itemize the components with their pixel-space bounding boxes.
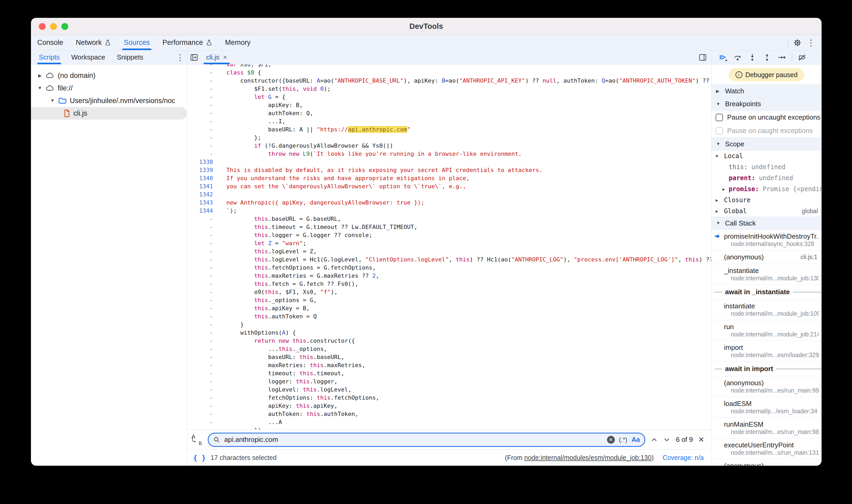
line-number[interactable]: - bbox=[187, 125, 215, 133]
line-number[interactable]: - bbox=[187, 377, 215, 385]
tab-snippets[interactable]: Snippets bbox=[111, 50, 149, 64]
line-number[interactable]: - bbox=[187, 150, 215, 158]
call-stack-frame[interactable]: runMainESMnode:internal/m...es/run_main:… bbox=[711, 418, 821, 438]
tab-console[interactable]: Console bbox=[31, 35, 70, 50]
section-breakpoints[interactable]: ▼ Breakpoints bbox=[711, 97, 821, 111]
line-number[interactable]: - bbox=[187, 69, 215, 76]
line-number[interactable]: - bbox=[187, 255, 215, 264]
line-number[interactable]: - bbox=[187, 109, 215, 117]
scope-global[interactable]: ▶ Global global bbox=[711, 205, 821, 217]
tree-item-folder[interactable]: ▼ Users/jinhuilee/.nvm/versions/node/v2.… bbox=[31, 94, 187, 107]
line-number[interactable]: - bbox=[187, 345, 215, 353]
tab-sources[interactable]: Sources bbox=[118, 35, 156, 50]
section-scope[interactable]: ▼ Scope bbox=[711, 138, 821, 150]
line-number[interactable]: 1340 bbox=[187, 174, 215, 182]
previous-match-button[interactable] bbox=[651, 436, 658, 444]
coverage-link[interactable]: Coverage: n/a bbox=[662, 454, 704, 462]
line-number[interactable]: - bbox=[187, 296, 215, 304]
tab-memory[interactable]: Memory bbox=[219, 35, 257, 50]
scope-local[interactable]: ▼ Local bbox=[711, 150, 821, 162]
call-stack-frame[interactable]: importnode:internal/m...esm/loader:329 bbox=[711, 341, 821, 362]
line-number[interactable]: - bbox=[187, 337, 215, 345]
line-number[interactable]: - bbox=[187, 361, 215, 369]
line-number[interactable]: 1344 bbox=[187, 206, 215, 215]
line-number[interactable]: - bbox=[187, 280, 215, 288]
scope-promise[interactable]: ▶ promise: Promise {<pending>} bbox=[711, 183, 821, 195]
find-input[interactable] bbox=[224, 435, 603, 444]
next-match-button[interactable] bbox=[663, 436, 671, 444]
line-number[interactable]: - bbox=[187, 142, 215, 150]
line-number[interactable]: - bbox=[187, 215, 215, 223]
line-number[interactable]: - bbox=[187, 223, 215, 231]
line-number[interactable]: - bbox=[187, 76, 215, 85]
line-number[interactable]: - bbox=[187, 239, 215, 247]
call-stack-frame[interactable]: (anonymous)node:internal/m...es/run_main… bbox=[711, 376, 821, 397]
more-options-button[interactable]: ⋮ bbox=[804, 37, 818, 49]
line-number[interactable]: - bbox=[187, 117, 215, 125]
line-number[interactable]: 1338 bbox=[187, 158, 215, 166]
line-number[interactable]: 1342 bbox=[187, 191, 215, 198]
tree-item-no-domain[interactable]: ▶ (no domain) bbox=[31, 69, 187, 82]
checkbox-unchecked[interactable] bbox=[715, 114, 723, 121]
step-out-button[interactable] bbox=[760, 51, 774, 64]
line-number[interactable]: - bbox=[187, 93, 215, 101]
resume-button[interactable] bbox=[715, 51, 730, 64]
pretty-print-icon[interactable]: { } bbox=[193, 454, 206, 462]
line-number[interactable]: - bbox=[187, 304, 215, 312]
step-button[interactable] bbox=[774, 51, 789, 64]
call-stack-frame[interactable]: runnode:internal/m...module_job:214 bbox=[711, 320, 821, 341]
replace-toggle-icon[interactable]: A B bbox=[191, 433, 202, 446]
tree-item-cli-js[interactable]: cli.js bbox=[31, 107, 187, 120]
line-number[interactable]: 1341 bbox=[187, 182, 215, 191]
scope-closure[interactable]: ▶ Closure bbox=[711, 195, 821, 205]
deactivate-breakpoints-button[interactable] bbox=[795, 51, 810, 64]
line-number[interactable]: 1339 bbox=[187, 166, 215, 174]
line-number[interactable]: - bbox=[187, 133, 215, 142]
tab-scripts[interactable]: Scripts bbox=[33, 50, 65, 64]
line-number[interactable]: - bbox=[187, 101, 215, 109]
line-number[interactable]: - bbox=[187, 426, 215, 430]
line-number[interactable]: - bbox=[187, 402, 215, 410]
line-number[interactable]: - bbox=[187, 353, 215, 361]
call-stack-frame[interactable]: (anonymous)cli.js:1 bbox=[711, 250, 821, 264]
line-number[interactable]: 1343 bbox=[187, 198, 215, 206]
chevron-down-icon[interactable]: ▼ bbox=[50, 98, 55, 103]
line-number[interactable]: - bbox=[187, 288, 215, 296]
step-into-button[interactable] bbox=[745, 51, 760, 64]
pause-caught-row[interactable]: Pause on caught exceptions bbox=[711, 124, 821, 138]
editor-tab-cli-js[interactable]: cli.js × bbox=[201, 50, 232, 64]
line-number[interactable]: - bbox=[187, 394, 215, 402]
hide-navigator-button[interactable] bbox=[187, 51, 201, 64]
match-case-toggle[interactable]: Aa bbox=[632, 436, 640, 444]
step-over-button[interactable] bbox=[730, 51, 745, 64]
line-number[interactable]: - bbox=[187, 385, 215, 394]
line-number[interactable]: - bbox=[187, 65, 215, 69]
line-number[interactable]: - bbox=[187, 328, 215, 337]
tab-workspace[interactable]: Workspace bbox=[65, 50, 111, 64]
tree-item-file-scheme[interactable]: ▼ file:// bbox=[31, 82, 187, 94]
line-number[interactable]: - bbox=[187, 410, 215, 418]
chevron-down-icon[interactable]: ▼ bbox=[37, 86, 42, 91]
tab-network[interactable]: Network bbox=[70, 35, 118, 50]
call-stack-frame[interactable]: instantiatenode:internal/m...module_job:… bbox=[711, 300, 821, 320]
call-stack-frame[interactable]: executeUserEntryPointnode:internal/m...s… bbox=[711, 438, 821, 459]
section-watch[interactable]: ▶ Watch bbox=[711, 85, 821, 97]
close-tab-icon[interactable]: × bbox=[223, 53, 227, 61]
source-origin-link[interactable]: node:internal/modules/esm/module_job:130 bbox=[525, 454, 652, 461]
line-number[interactable]: - bbox=[187, 231, 215, 239]
call-stack-frame[interactable]: promiseInitHookWithDestroyTr...node:inte… bbox=[711, 230, 821, 250]
source-code-viewer[interactable]: -var Xs0, $F1;-class $8 {- constructor({… bbox=[187, 65, 711, 430]
line-number[interactable]: - bbox=[187, 369, 215, 377]
line-number[interactable]: - bbox=[187, 264, 215, 272]
call-stack-frame[interactable]: _instantiatenode:internal/m...module_job… bbox=[711, 264, 821, 285]
navigator-more-button[interactable]: ⋮ bbox=[173, 51, 187, 64]
line-number[interactable]: - bbox=[187, 418, 215, 426]
settings-button[interactable] bbox=[791, 37, 804, 49]
line-number[interactable]: - bbox=[187, 321, 215, 328]
call-stack-frame[interactable]: loadESMnode:internal/p.../esm_loader:34 bbox=[711, 397, 821, 418]
pause-uncaught-row[interactable]: Pause on uncaught exceptions bbox=[711, 111, 821, 124]
section-call-stack[interactable]: ▼ Call Stack bbox=[711, 217, 821, 230]
tab-performance[interactable]: Performance bbox=[156, 35, 219, 50]
chevron-right-icon[interactable]: ▶ bbox=[37, 73, 42, 78]
line-number[interactable]: - bbox=[187, 85, 215, 93]
